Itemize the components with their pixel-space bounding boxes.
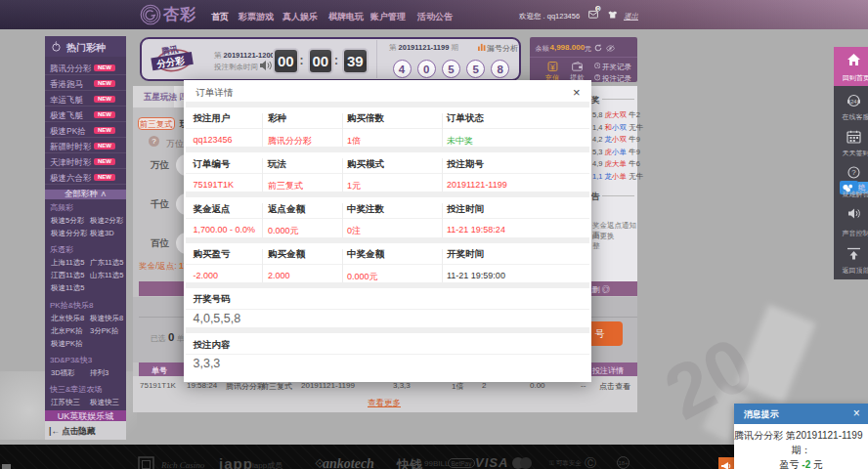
svg-text:?: ? (851, 168, 856, 177)
svg-text:0: 0 (597, 6, 600, 12)
svg-text:24: 24 (850, 99, 857, 105)
svg-text:?: ? (595, 75, 598, 80)
